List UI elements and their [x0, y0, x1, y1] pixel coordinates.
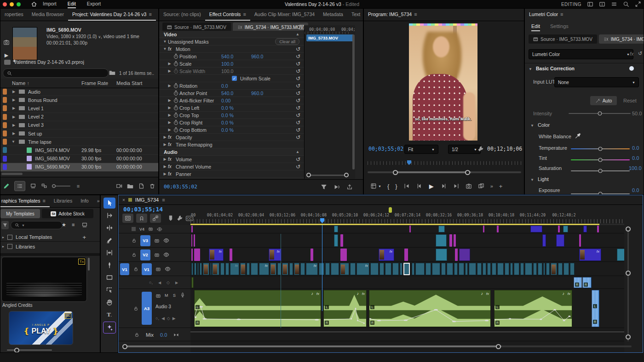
track-visibility-icon[interactable] — [163, 252, 169, 258]
v1-clip[interactable] — [194, 263, 196, 275]
reset-parameter-icon[interactable]: ↺ — [296, 127, 300, 133]
workspace-panel-icon[interactable] — [587, 1, 593, 7]
fx-row-crop-top[interactable]: ▶Crop Top0.0 %↺ — [159, 112, 304, 119]
add-button[interactable]: + — [499, 183, 503, 190]
exposure-value[interactable]: 0.0 — [632, 187, 639, 193]
v1-clip[interactable] — [415, 263, 425, 275]
add-template-icon[interactable]: + — [82, 234, 86, 241]
new-bin-icon[interactable] — [127, 183, 133, 189]
tab-project[interactable]: Project: Valentines Day 2-14-26 v3≡ — [68, 9, 156, 21]
go-to-in-icon[interactable] — [403, 183, 410, 189]
v1-clip[interactable] — [385, 263, 391, 275]
fx-row-channel-volume[interactable]: ▶fxChannel Volume↺ — [159, 163, 304, 170]
v1-clip[interactable] — [400, 263, 402, 275]
column-media-start[interactable]: Media Start — [116, 80, 142, 86]
v1-clip[interactable] — [492, 263, 496, 275]
v1-clip[interactable] — [505, 263, 509, 275]
reset-effect-icon[interactable]: ↺ — [638, 51, 642, 57]
lumetri-tab-edit[interactable]: Edit — [531, 23, 540, 31]
reset-parameter-icon[interactable]: ↺ — [296, 54, 300, 59]
lumetri-cliptab-sequence[interactable]: IMG_5734 · IMG_5733.MO — [599, 34, 644, 44]
v1-clip[interactable] — [294, 263, 299, 275]
play-button[interactable]: ▶ — [428, 183, 435, 189]
audio3-clip-blue[interactable]: LR — [592, 290, 599, 327]
sync-lock-icon[interactable] — [155, 266, 161, 272]
v1-clip[interactable] — [220, 263, 224, 275]
lumetri-cliptab-source[interactable]: Source · IMG_5733.MOV — [529, 34, 597, 44]
sequence-marker[interactable] — [389, 207, 392, 213]
template-angled-credits[interactable]: TA — [1, 257, 87, 302]
menu-export[interactable]: Export — [87, 0, 101, 8]
v1-clip[interactable] — [477, 263, 482, 275]
fx-row-anti-flicker-filter[interactable]: ▶Anti-flicker Filter0.00↺ — [159, 97, 304, 104]
v1-clip[interactable] — [469, 263, 476, 275]
bin-row[interactable]: ▶Level 3 — [0, 121, 158, 130]
tab-text[interactable]: Text — [347, 9, 363, 21]
v1-clip[interactable] — [514, 263, 519, 275]
timeline-clip[interactable]: fx — [209, 249, 224, 261]
fx-row-crop-right[interactable]: ▶Crop Right0.0 %↺ — [159, 119, 304, 126]
sync-lock-icon[interactable] — [154, 252, 160, 258]
reset-button[interactable]: Reset — [623, 98, 637, 103]
fx-vscrollbar[interactable] — [352, 34, 355, 170]
v1-clip[interactable] — [570, 263, 575, 275]
v1-clip[interactable]: fx — [356, 263, 369, 275]
list-options-icon[interactable]: ≡ — [72, 222, 75, 227]
tab-graphics-templates[interactable]: raphics Templates≡ — [0, 195, 50, 207]
fx-hscrollbar[interactable] — [307, 174, 348, 177]
slip-tool[interactable] — [104, 247, 115, 258]
ai-tool[interactable] — [103, 322, 116, 334]
clip-row[interactable]: IMG_5674.MOV29.98 fps00:00:00:00 — [0, 146, 158, 154]
preview-play-icon[interactable]: ▶ — [3, 52, 10, 58]
linked-selection-button[interactable] — [150, 214, 161, 223]
track-lock-icon[interactable] — [133, 266, 138, 272]
v1-clip[interactable] — [520, 263, 524, 275]
mute-button[interactable]: M — [165, 293, 168, 298]
saturation-slider[interactable] — [571, 170, 630, 171]
v1-clip[interactable] — [210, 263, 212, 275]
fx-row-scale-width[interactable]: ▶Scale Width100.0↺ — [159, 68, 304, 75]
tint-slider[interactable] — [571, 159, 630, 160]
v1-clip[interactable] — [551, 263, 557, 275]
pan-icon[interactable] — [173, 332, 179, 338]
tab-metadata[interactable]: Metadata — [319, 9, 347, 21]
bin-row[interactable]: ▶Level 2 — [0, 113, 158, 121]
clear-all-button[interactable]: Clear all — [275, 38, 299, 45]
v1-clip[interactable] — [191, 263, 193, 275]
new-item-icon[interactable] — [138, 183, 144, 189]
tab-overflow[interactable]: » — [93, 195, 100, 207]
v1-clip[interactable]: fx — [306, 263, 318, 275]
track-lock-icon[interactable] — [133, 306, 138, 311]
track-name-audio3[interactable]: Audio 3 — [155, 304, 171, 309]
list-view-button[interactable] — [14, 181, 25, 191]
v1-clip[interactable] — [300, 263, 305, 275]
exposure-slider[interactable] — [571, 193, 630, 194]
track-header-v3[interactable]: V3 — [119, 234, 190, 248]
v1-clip[interactable] — [432, 263, 440, 275]
v1-clip[interactable] — [197, 263, 199, 275]
v1-clip[interactable] — [412, 263, 414, 275]
v1-clip[interactable] — [251, 263, 258, 275]
object-selection-tool[interactable] — [104, 284, 115, 295]
v1-clip[interactable] — [392, 263, 399, 275]
step-forward-icon[interactable] — [441, 183, 447, 189]
v1-clip[interactable] — [370, 263, 379, 275]
stopwatch-icon[interactable] — [172, 105, 179, 111]
playhead[interactable] — [322, 225, 322, 311]
basic-correction-label[interactable]: Basic Correction — [536, 66, 575, 71]
tab-info[interactable]: Info — [76, 195, 93, 207]
zoom-window-button[interactable] — [17, 2, 21, 6]
play-audio-icon[interactable] — [334, 184, 340, 190]
track-visibility-icon[interactable] — [163, 238, 169, 243]
stopwatch-icon[interactable] — [172, 97, 179, 103]
voiceover-record-icon[interactable] — [180, 292, 185, 298]
writable-icon[interactable] — [3, 183, 10, 189]
track-lock-icon[interactable] — [132, 238, 137, 243]
track-visibility-icon[interactable] — [157, 226, 162, 232]
v1-clip[interactable] — [340, 263, 349, 275]
export-icon[interactable] — [346, 184, 353, 190]
template-play[interactable]: I ANGLE P ❴ PLAY ❵ TA — [9, 311, 73, 345]
mark-in-button[interactable]: { — [387, 183, 389, 190]
fx-row-crop-left[interactable]: ▶Crop Left0.0 %↺ — [159, 104, 304, 112]
timeline-clip[interactable] — [404, 249, 408, 261]
